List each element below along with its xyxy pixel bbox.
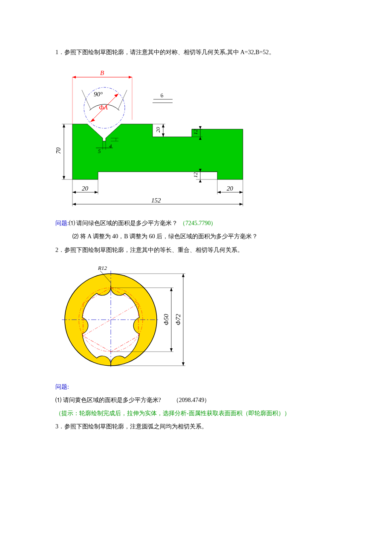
svg-marker-9 [114, 94, 118, 97]
problem-1-q2: ⑵ 将 A 调整为 40，B 调整为 60 后，绿色区域的面积为多少平方毫米？ [55, 231, 337, 242]
dim-R12: R12 [98, 265, 107, 271]
problem-2-q1: ⑴ 请问黄色区域的面积是多少平方毫米? （2098.4749） [55, 395, 337, 405]
svg-marker-14 [162, 133, 164, 137]
svg-marker-23 [63, 176, 65, 179]
q1-answer: （7245.7790） [179, 220, 217, 226]
figure-2: R12 Φ50 Φ72 [55, 258, 337, 377]
dim-5: 5 [98, 148, 101, 154]
prob3-num: 3． [55, 423, 64, 430]
svg-marker-22 [63, 124, 65, 127]
svg-marker-49 [239, 203, 243, 205]
dim-152: 152 [151, 197, 161, 204]
dim-4: 4 [109, 143, 112, 149]
dim-72: Φ72 [175, 314, 182, 325]
figure-1: 90° B ΦA 6 20 12 [55, 60, 337, 214]
svg-marker-62 [182, 362, 184, 366]
dim-angle: 90° [94, 91, 103, 98]
svg-marker-13 [162, 124, 164, 127]
q2-answer: （2098.4749） [173, 397, 210, 403]
problem-3-text: 3．参照下图绘制草图轮廓，注意圆弧之间均为相切关系。 [55, 421, 337, 432]
svg-line-1 [118, 90, 127, 110]
svg-marker-61 [182, 274, 184, 277]
problem-1-text: 1．参照下图绘制草图轮廓，请注意其中的对称、相切等几何关系,其中 A=32,B=… [55, 47, 337, 58]
svg-marker-39 [95, 191, 98, 194]
svg-marker-6 [129, 76, 132, 78]
dim-B: B [100, 69, 104, 76]
dim-70: 70 [55, 147, 62, 154]
problem-1-q1: 问题:⑴ 请问绿色区域的面积是多少平方毫米？ （7245.7790） [55, 218, 337, 228]
problem-2-text: 2．参照下图绘制草图轮廓，注意其中的等长、重合、相切等几何关系。 [55, 245, 337, 255]
svg-marker-17 [199, 126, 202, 129]
svg-marker-38 [72, 191, 76, 194]
dim-12top: 12 [192, 129, 199, 135]
dim-20L: 20 [82, 185, 89, 192]
problem-2-hint: （提示：轮廓绘制完成后，拉伸为实体，选择分析-面属性获取表面面积（即轮廓面积）） [55, 408, 337, 419]
problem-2-qlabel: 问题: [55, 382, 337, 392]
dim-20: 20 [155, 127, 161, 133]
dim-12bot: 12 [192, 172, 199, 178]
svg-marker-8 [90, 119, 95, 122]
prob-num: 1． [55, 49, 64, 55]
svg-marker-56 [170, 288, 173, 291]
svg-marker-44 [239, 191, 243, 194]
svg-line-0 [82, 90, 91, 110]
q2-label: 问题: [55, 384, 69, 390]
prob2-num: 2． [55, 247, 64, 253]
dim-50: Φ50 [163, 314, 170, 325]
dim-A: ΦA [99, 104, 108, 111]
q1-label: 问题: [55, 220, 69, 226]
svg-marker-5 [72, 76, 76, 78]
svg-marker-34 [199, 179, 202, 182]
svg-marker-57 [170, 348, 173, 352]
svg-marker-48 [72, 203, 76, 205]
svg-marker-43 [217, 191, 221, 194]
dim-6: 6 [159, 92, 164, 99]
dim-20R: 20 [227, 185, 233, 192]
